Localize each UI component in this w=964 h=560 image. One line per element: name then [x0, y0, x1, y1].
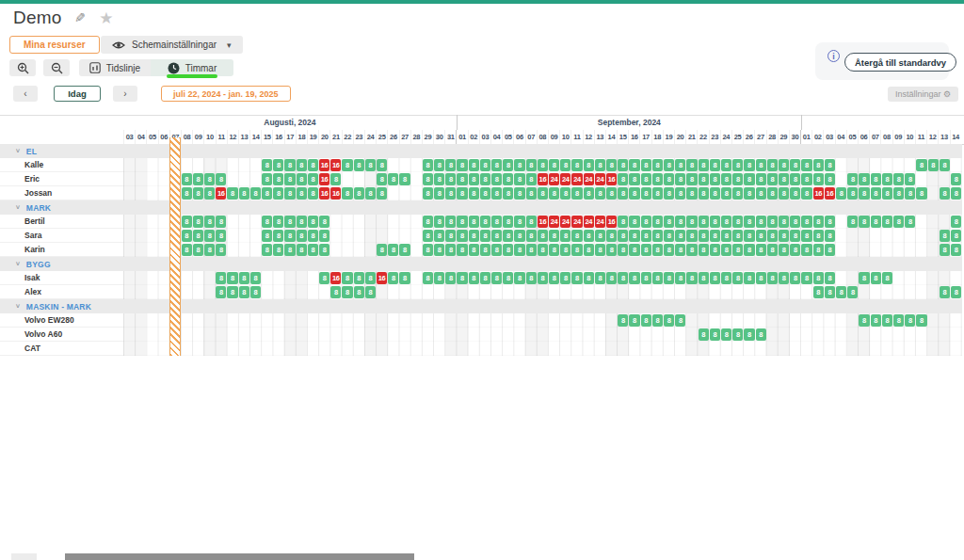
schedule-cell[interactable]: 8 — [767, 244, 778, 256]
schedule-cell[interactable]: 8 — [434, 173, 444, 185]
schedule-cell[interactable]: 8 — [388, 173, 398, 185]
schedule-cell[interactable]: 24 — [549, 173, 559, 185]
schedule-cell[interactable]: 8 — [779, 159, 789, 171]
schedule-cell[interactable]: 8 — [916, 187, 926, 200]
schedule-cell[interactable]: 8 — [469, 216, 479, 228]
tab-tidslinje[interactable]: Tidslinje — [79, 59, 151, 76]
schedule-cell[interactable]: 8 — [652, 173, 663, 185]
schedule-cell[interactable]: 8 — [779, 187, 789, 200]
schedule-cell[interactable]: 8 — [480, 216, 490, 228]
favorite-button[interactable]: ★ — [99, 10, 113, 26]
schedule-cell[interactable]: 8 — [699, 244, 709, 256]
schedule-cell[interactable]: 8 — [721, 230, 731, 242]
schedule-cell[interactable]: 8 — [514, 187, 524, 200]
schedule-cell[interactable]: 8 — [825, 286, 835, 298]
schedule-cell[interactable]: 8 — [905, 216, 915, 228]
schedule-cell[interactable]: 8 — [342, 286, 352, 298]
schedule-cell[interactable]: 8 — [825, 216, 835, 228]
schedule-cell[interactable]: 8 — [480, 244, 490, 256]
schedule-cell[interactable]: 8 — [342, 159, 352, 171]
group-row[interactable]: ∨MARK — [0, 200, 123, 215]
schedule-cell[interactable]: 8 — [893, 187, 904, 200]
schedule-cell[interactable]: 8 — [790, 230, 800, 242]
schedule-cell[interactable]: 8 — [308, 230, 318, 242]
schedule-cell[interactable]: 8 — [940, 286, 950, 298]
schedule-cell[interactable]: 8 — [216, 244, 226, 256]
schedule-cell[interactable]: 8 — [216, 286, 226, 298]
schedule-cell[interactable]: 8 — [767, 173, 778, 185]
schedule-cell[interactable]: 8 — [549, 244, 559, 256]
schedule-cell[interactable]: 8 — [227, 272, 237, 284]
schedule-cell[interactable]: 8 — [606, 187, 617, 200]
schedule-cell[interactable]: 8 — [744, 187, 754, 200]
schedule-cell[interactable]: 8 — [434, 244, 444, 256]
schedule-cell[interactable]: 8 — [801, 173, 811, 185]
resource-row-label[interactable]: Alex — [0, 285, 123, 299]
schedule-cell[interactable]: 8 — [549, 272, 559, 284]
schedule-cell[interactable]: 8 — [354, 272, 364, 284]
schedule-cell[interactable]: 8 — [423, 173, 433, 185]
schedule-cell[interactable]: 8 — [686, 187, 697, 200]
schedule-cell[interactable]: 8 — [538, 272, 548, 284]
schedule-cell[interactable]: 8 — [273, 173, 283, 185]
schedule-cell[interactable]: 8 — [732, 230, 743, 242]
schedule-cell[interactable]: 8 — [227, 187, 237, 200]
schedule-cell[interactable]: 8 — [790, 244, 800, 256]
schedule-cell[interactable]: 8 — [641, 244, 651, 256]
schedule-cell[interactable]: 16 — [538, 173, 548, 185]
schedule-cell[interactable]: 8 — [560, 230, 570, 242]
schedule-cell[interactable]: 8 — [710, 173, 720, 185]
schedule-cell[interactable]: 8 — [732, 173, 743, 185]
schedule-cell[interactable]: 8 — [514, 230, 524, 242]
schedule-cell[interactable]: 8 — [538, 159, 548, 171]
schedule-cell[interactable]: 8 — [686, 272, 697, 284]
schedule-cell[interactable]: 24 — [595, 216, 605, 228]
schedule-cell[interactable]: 8 — [250, 187, 261, 200]
schedule-cell[interactable]: 8 — [801, 216, 811, 228]
schedule-cell[interactable]: 8 — [664, 187, 674, 200]
schedule-cell[interactable]: 8 — [491, 159, 502, 171]
schedule-cell[interactable]: 16 — [319, 187, 329, 200]
schedule-cell[interactable]: 8 — [503, 244, 513, 256]
schedule-cell[interactable]: 8 — [882, 173, 892, 185]
mina-resurser-button[interactable]: Mina resurser — [9, 36, 100, 54]
schedule-cell[interactable]: 8 — [423, 272, 433, 284]
schedule-cell[interactable]: 8 — [710, 159, 720, 171]
schedule-cell[interactable]: 8 — [882, 272, 892, 284]
schedule-cell[interactable]: 8 — [940, 187, 950, 200]
schedule-cell[interactable]: 8 — [204, 244, 215, 256]
schedule-cell[interactable]: 8 — [399, 272, 410, 284]
schedule-cell[interactable]: 8 — [629, 173, 639, 185]
schedule-cell[interactable]: 8 — [216, 216, 226, 228]
schedule-cell[interactable]: 8 — [514, 216, 524, 228]
schedule-cell[interactable]: 8 — [469, 230, 479, 242]
schedule-cell[interactable]: 8 — [491, 216, 502, 228]
schedule-cell[interactable]: 8 — [767, 216, 778, 228]
schedule-cell[interactable]: 8 — [297, 244, 307, 256]
schedule-cell[interactable]: 8 — [699, 173, 709, 185]
resource-row-label[interactable]: Bertil — [0, 215, 123, 229]
schedule-cell[interactable]: 8 — [262, 230, 272, 242]
schedule-cell[interactable]: 8 — [491, 230, 502, 242]
schedule-cell[interactable]: 8 — [905, 173, 915, 185]
schedule-cell[interactable]: 8 — [595, 244, 605, 256]
schedule-cell[interactable]: 8 — [859, 173, 869, 185]
schedule-cell[interactable]: 8 — [434, 187, 444, 200]
schedule-cell[interactable]: 8 — [204, 187, 215, 200]
schedule-cell[interactable]: 8 — [732, 244, 743, 256]
schedule-cell[interactable]: 8 — [549, 187, 559, 200]
schedule-cell[interactable]: 8 — [893, 216, 904, 228]
schedule-cell[interactable]: 8 — [193, 230, 203, 242]
schedule-cell[interactable]: 8 — [629, 159, 639, 171]
schedule-cell[interactable]: 8 — [951, 286, 961, 298]
schedule-cell[interactable]: 8 — [916, 159, 926, 171]
schedule-cell[interactable]: 8 — [710, 187, 720, 200]
schedule-cell[interactable]: 8 — [354, 286, 364, 298]
schedule-cell[interactable]: 8 — [767, 230, 778, 242]
schedule-cell[interactable]: 8 — [273, 187, 283, 200]
schedule-cell[interactable]: 8 — [813, 272, 824, 284]
schedule-cell[interactable]: 8 — [744, 173, 754, 185]
group-row[interactable]: ∨EL — [0, 144, 123, 158]
schedule-cell[interactable]: 8 — [606, 272, 617, 284]
schedule-cell[interactable]: 8 — [354, 159, 364, 171]
